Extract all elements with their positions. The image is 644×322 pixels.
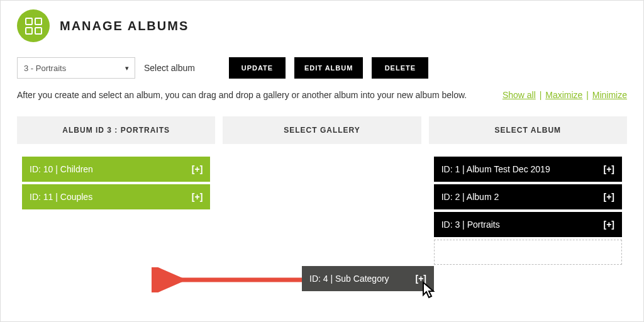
panels-container: ALBUM ID 3 : PORTRAITS ID: 10 | Children… — [17, 116, 627, 267]
expand-icon[interactable]: [+] — [603, 164, 614, 174]
album-item[interactable]: ID: 2 | Album 2 [+] — [434, 184, 622, 209]
album-item-label: ID: 1 | Album Test Dec 2019 — [441, 164, 550, 174]
delete-button[interactable]: DELETE — [372, 57, 428, 79]
hint-row: After you create and select an album, yo… — [17, 90, 627, 100]
album-item-label: ID: 11 | Couples — [30, 192, 92, 202]
select-album-panel-body: ID: 1 | Album Test Dec 2019 [+] ID: 2 | … — [429, 157, 627, 237]
album-item-label: ID: 2 | Album 2 — [441, 192, 499, 202]
view-links: Show all | Maximize | Minimize — [502, 90, 627, 100]
show-all-link[interactable]: Show all — [502, 90, 536, 100]
minimize-link[interactable]: Minimize — [592, 90, 627, 100]
album-item[interactable]: ID: 10 | Children [+] — [22, 157, 210, 182]
select-album-panel-header: SELECT ALBUM — [429, 116, 627, 144]
album-item[interactable]: ID: 1 | Album Test Dec 2019 [+] — [434, 157, 622, 182]
edit-album-button[interactable]: EDIT ALBUM — [294, 57, 363, 79]
select-album-panel: SELECT ALBUM ID: 1 | Album Test Dec 2019… — [429, 116, 627, 267]
hint-text: After you create and select an album, yo… — [17, 90, 467, 100]
album-item[interactable]: ID: 3 | Portraits [+] — [434, 212, 622, 237]
expand-icon[interactable]: [+] — [192, 164, 203, 174]
dragging-album-item[interactable]: ID: 4 | Sub Category [+] — [302, 266, 434, 291]
expand-icon[interactable]: [+] — [192, 192, 203, 202]
album-item-label: ID: 3 | Portraits — [441, 219, 500, 230]
page-title: MANAGE ALBUMS — [60, 19, 189, 33]
toolbar: 3 - Portraits ▾ Select album UPDATE EDIT… — [17, 57, 627, 79]
link-separator: | — [540, 90, 542, 100]
select-gallery-panel-header: SELECT GALLERY — [223, 116, 421, 144]
album-select-wrap: 3 - Portraits ▾ — [17, 57, 135, 79]
expand-icon[interactable]: [+] — [603, 219, 614, 230]
expand-icon[interactable]: [+] — [416, 274, 427, 284]
album-select[interactable]: 3 - Portraits — [17, 57, 135, 79]
manage-albums-page: MANAGE ALBUMS 3 - Portraits ▾ Select alb… — [0, 0, 644, 322]
drop-placeholder — [434, 240, 622, 265]
album-item-label: ID: 4 | Sub Category — [309, 274, 389, 284]
current-album-panel: ALBUM ID 3 : PORTRAITS ID: 10 | Children… — [17, 116, 215, 267]
album-select-label: Select album — [144, 63, 195, 73]
annotation-arrow-icon — [152, 267, 309, 292]
current-album-panel-header: ALBUM ID 3 : PORTRAITS — [17, 116, 215, 144]
maximize-link[interactable]: Maximize — [545, 90, 582, 100]
select-gallery-panel: SELECT GALLERY — [223, 116, 421, 267]
page-header: MANAGE ALBUMS — [17, 9, 627, 42]
current-album-panel-body: ID: 10 | Children [+] ID: 11 | Couples [… — [17, 157, 215, 209]
album-item-label: ID: 10 | Children — [30, 164, 93, 174]
album-item[interactable]: ID: 11 | Couples [+] — [22, 184, 210, 209]
app-logo-icon — [17, 9, 50, 42]
link-separator: | — [586, 90, 589, 100]
update-button[interactable]: UPDATE — [229, 57, 286, 79]
expand-icon[interactable]: [+] — [603, 192, 614, 202]
